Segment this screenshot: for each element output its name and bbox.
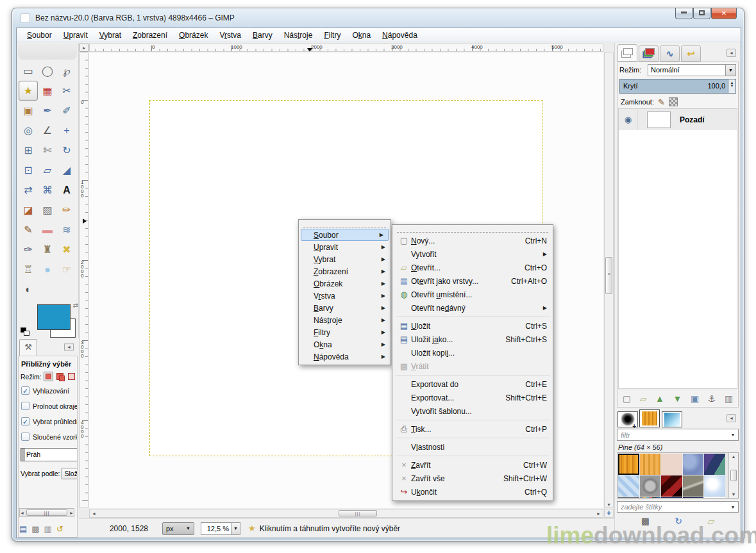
pattern-swatch[interactable] (661, 475, 682, 497)
pattern-filter-dropdown[interactable]: filtr ▼ (617, 429, 739, 441)
tool-ink[interactable]: ✑ (19, 240, 38, 260)
tool-foreground-select[interactable]: ▣ (19, 101, 38, 120)
file-menu-item-exportovat-do[interactable]: Exportovat doCtrl+E (393, 377, 552, 391)
tool-rotate[interactable]: ↻ (57, 140, 76, 160)
vertical-scrollbar-thumb[interactable]: ≡ (605, 257, 612, 294)
lower-layer-button[interactable]: ▼ (673, 393, 682, 404)
pattern-swatch[interactable] (618, 454, 639, 475)
pattern-tags-input[interactable]: zadejte štítky ▼ (617, 501, 739, 513)
pattern-swatch[interactable] (640, 475, 661, 497)
tool-zoom[interactable]: ◎ (19, 120, 38, 140)
tool-color-picker[interactable]: ✐ (57, 101, 76, 120)
tool-blur-sharpen[interactable]: ● (38, 260, 57, 279)
option-sloučené-vzorko[interactable]: Sloučené vzorko (21, 433, 75, 441)
checkbox-icon[interactable]: ✓ (21, 417, 29, 425)
menubar-item-vybrat[interactable]: Vybrat (94, 29, 127, 42)
file-menu-item-tisk-[interactable]: ⎙Tisk...Ctrl+P (393, 422, 552, 436)
close-button[interactable]: ✕ (711, 8, 737, 19)
checkbox-icon[interactable] (21, 433, 29, 441)
open-pattern-as-image-button[interactable]: ▩ (641, 516, 650, 526)
refresh-patterns-button[interactable]: ↻ (675, 516, 682, 526)
chevron-down-icon[interactable]: ▼ (725, 64, 736, 76)
tool-crop[interactable]: ✄ (38, 140, 57, 160)
select-by-dropdown[interactable]: Složen (62, 468, 78, 479)
dock-collapse-button[interactable]: ◄ (727, 49, 736, 57)
tool-clone[interactable]: ♜ (38, 240, 57, 260)
pattern-swatch[interactable] (683, 497, 704, 499)
tab-patterns[interactable] (639, 409, 660, 427)
vertical-scrollbar[interactable]: ≡ ▼ (604, 53, 614, 508)
horizontal-ruler[interactable]: 010002000300040005000 (89, 44, 603, 52)
file-menu-item-ulo-it-kopii-[interactable]: Uložit kopii... (393, 346, 552, 359)
tool-move[interactable]: + (57, 120, 76, 140)
pattern-swatch[interactable] (661, 497, 682, 499)
tool-cage-transform[interactable]: ⌘ (38, 180, 57, 200)
tab-layers[interactable] (617, 44, 637, 62)
horizontal-scrollbar[interactable]: ◄ ||| ► (89, 509, 603, 518)
open-patterns-folder-button[interactable]: ▱ (707, 516, 714, 526)
delete-layer-button[interactable]: ▥ (725, 393, 733, 404)
pattern-swatch[interactable] (704, 454, 725, 475)
opacity-slider[interactable]: Krytí 100,0 ▲▼ (619, 79, 736, 94)
title-bar[interactable]: Bez názvu-20.0 (Barva RGB, 1 vrstva) 489… (12, 8, 744, 28)
tool-dodge-burn[interactable]: ◐ (19, 279, 38, 299)
file-menu-item-vytvo-it[interactable]: Vytvořit▶ (393, 247, 552, 261)
file-menu-item-nov-[interactable]: ▢Nový...Ctrl+N (393, 234, 552, 247)
tool-measure[interactable]: ∠ (38, 120, 57, 140)
file-menu-item-vlastnosti[interactable]: Vlastnosti (393, 440, 552, 454)
tool-scale[interactable]: ⊡ (19, 160, 38, 180)
option-vybrat-průhledn[interactable]: ✓Vybrat průhledn (21, 417, 75, 425)
menubar-item-soubor[interactable]: Soubor (21, 29, 58, 42)
tool-gradient[interactable]: ▨ (38, 200, 57, 220)
file-menu-item-otev-t-jako-vrstvy-[interactable]: ▦Otevřít jako vrstvy...Ctrl+Alt+O (393, 274, 552, 288)
file-menu-item-otev-t-um-st-n-[interactable]: ◍Otevřít umístění... (393, 288, 552, 301)
tool-heal[interactable]: ✖ (57, 240, 76, 260)
checkbox-icon[interactable]: ✓ (21, 386, 29, 395)
tab-undo-history[interactable]: ↩ (681, 45, 701, 62)
tool-align[interactable]: ⊞ (19, 140, 38, 160)
context-menu-item-nástroje[interactable]: Nástroje▶ (299, 314, 390, 326)
tool-pencil[interactable]: ✏ (57, 200, 76, 220)
pattern-scrollbar[interactable]: ▲ ▼ (728, 453, 738, 498)
opacity-spinner[interactable]: ▲▼ (728, 79, 735, 93)
navigation-button[interactable]: + (604, 509, 614, 518)
lock-alpha-icon[interactable] (669, 97, 678, 106)
pattern-swatch[interactable] (640, 497, 661, 499)
menubar-item-vrstva[interactable]: Vrstva (214, 29, 247, 42)
tool-shear[interactable]: ▱ (38, 160, 57, 180)
context-menu-item-nápověda[interactable]: Nápověda▶ (299, 351, 390, 363)
minimize-button[interactable] (675, 8, 693, 19)
tool-select-by-color[interactable]: ▦ (38, 81, 57, 101)
threshold-slider[interactable]: Práh (21, 448, 78, 461)
context-menu-item-barvy[interactable]: Barvy▶ (299, 302, 390, 314)
file-menu-item-vr-tit[interactable]: ▩Vrátit (393, 359, 552, 373)
scroll-right-icon[interactable]: ► (596, 511, 601, 516)
scrollbar-thumb[interactable] (730, 470, 737, 481)
file-menu-item-exportovat-[interactable]: Exportovat...Shift+Ctrl+E (393, 391, 552, 404)
pattern-swatch[interactable] (704, 475, 725, 497)
scroll-right-icon[interactable]: ► (69, 511, 74, 515)
reset-options-button[interactable]: ↺ (56, 524, 63, 534)
zoom-field[interactable]: 12,5 % ▼ (201, 522, 240, 535)
pattern-swatch[interactable] (640, 454, 661, 475)
tab-channels[interactable] (639, 45, 659, 62)
tab-gradients[interactable] (662, 411, 682, 427)
tool-options-collapse-button[interactable]: ◄ (64, 343, 74, 351)
pattern-swatch[interactable] (683, 475, 704, 497)
tool-options-tab[interactable]: ⚒ (19, 339, 37, 356)
tool-ellipse-select[interactable]: ◯ (38, 61, 57, 81)
image-menu-button[interactable]: ▸ (80, 44, 88, 52)
selection-mode-subtract[interactable] (67, 372, 76, 381)
selection-mode-add[interactable] (55, 372, 65, 381)
menubar-item-upravit[interactable]: Upravit (58, 29, 94, 42)
menubar-item-barvy[interactable]: Barvy (247, 29, 278, 42)
pattern-swatch[interactable] (618, 497, 639, 499)
context-menu-item-filtry[interactable]: Filtry▶ (299, 326, 390, 338)
swap-colors-icon[interactable]: ⇄ (73, 302, 78, 309)
scroll-down-icon[interactable]: ▼ (605, 502, 612, 507)
scroll-up-icon[interactable]: ▲ (729, 454, 738, 459)
tool-smudge[interactable]: ☞ (57, 260, 76, 279)
anchor-layer-button[interactable]: ⚓ (708, 393, 716, 404)
duplicate-layer-button[interactable]: ▣ (691, 393, 699, 404)
tool-airbrush[interactable]: ≋ (57, 220, 76, 240)
